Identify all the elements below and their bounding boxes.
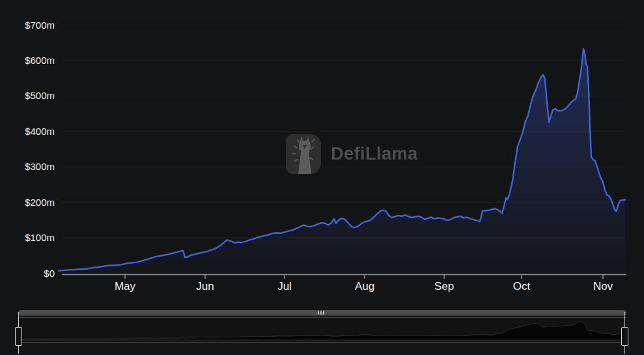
area-fill: [59, 49, 625, 274]
y-axis-label: $300m: [25, 161, 55, 172]
y-axis-label: $400m: [25, 126, 55, 137]
main-area-chart[interactable]: $0$100m$200m$300m$400m$500m$600m$700mMay…: [0, 0, 644, 306]
tvl-chart-app: $0$100m$200m$300m$400m$500m$600m$700mMay…: [0, 0, 644, 355]
y-axis-label: $600m: [25, 55, 55, 66]
brush-handle-left-grab[interactable]: [15, 327, 22, 346]
brush-zone: [0, 306, 644, 355]
y-axis-label: $500m: [25, 90, 55, 101]
horizontal-scrollbar[interactable]: [18, 310, 626, 316]
scrollbar-grip-icon[interactable]: [318, 311, 324, 315]
x-axis-label: Nov: [593, 280, 613, 292]
x-axis-label: Jun: [196, 280, 214, 292]
x-axis-label: Oct: [513, 280, 531, 292]
y-axis-label: $200m: [25, 197, 55, 208]
mini-area-fill: [20, 321, 624, 340]
x-axis-label: Jul: [277, 280, 292, 292]
brush-handle-left[interactable]: [15, 312, 22, 354]
x-axis-label: May: [115, 280, 136, 292]
y-axis-label: $700m: [25, 20, 55, 31]
brush-handle-right-grab[interactable]: [621, 327, 628, 346]
x-axis-label: Aug: [355, 280, 374, 292]
y-axis-label: $0: [44, 268, 55, 279]
y-axis-label: $100m: [25, 232, 55, 243]
mini-area-chart: [18, 318, 626, 342]
range-navigator[interactable]: [18, 317, 626, 343]
x-axis-label: Sep: [434, 280, 454, 292]
brush-handle-right[interactable]: [621, 312, 628, 354]
